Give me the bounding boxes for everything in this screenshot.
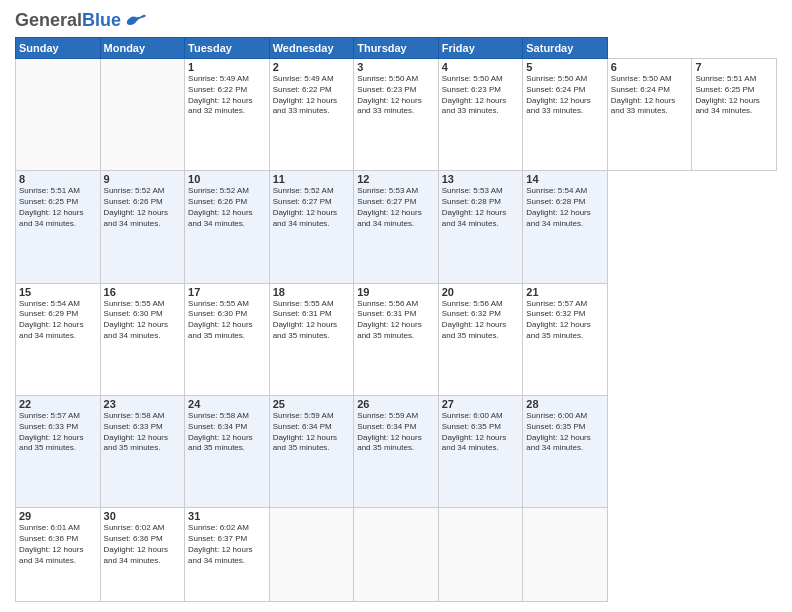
day-number: 5 (526, 61, 604, 73)
day-info: Sunrise: 5:53 AMSunset: 6:27 PMDaylight:… (357, 186, 435, 229)
day-number: 22 (19, 398, 97, 410)
empty-cell (269, 508, 354, 602)
logo-bird-icon (125, 13, 147, 29)
day-number: 19 (357, 286, 435, 298)
day-cell-27: 27Sunrise: 6:00 AMSunset: 6:35 PMDayligh… (438, 396, 523, 508)
day-cell-14: 14Sunrise: 5:54 AMSunset: 6:28 PMDayligh… (523, 171, 608, 283)
day-header-friday: Friday (438, 38, 523, 59)
day-cell-26: 26Sunrise: 5:59 AMSunset: 6:34 PMDayligh… (354, 396, 439, 508)
day-cell-3: 3Sunrise: 5:50 AMSunset: 6:23 PMDaylight… (354, 59, 439, 171)
day-number: 1 (188, 61, 266, 73)
day-cell-9: 9Sunrise: 5:52 AMSunset: 6:26 PMDaylight… (100, 171, 185, 283)
day-number: 3 (357, 61, 435, 73)
day-info: Sunrise: 5:55 AMSunset: 6:30 PMDaylight:… (188, 299, 266, 342)
day-info: Sunrise: 5:54 AMSunset: 6:28 PMDaylight:… (526, 186, 604, 229)
day-info: Sunrise: 5:51 AMSunset: 6:25 PMDaylight:… (695, 74, 773, 117)
day-number: 16 (104, 286, 182, 298)
day-info: Sunrise: 5:50 AMSunset: 6:24 PMDaylight:… (526, 74, 604, 117)
day-cell-10: 10Sunrise: 5:52 AMSunset: 6:26 PMDayligh… (185, 171, 270, 283)
day-cell-24: 24Sunrise: 5:58 AMSunset: 6:34 PMDayligh… (185, 396, 270, 508)
day-cell-28: 28Sunrise: 6:00 AMSunset: 6:35 PMDayligh… (523, 396, 608, 508)
day-info: Sunrise: 5:59 AMSunset: 6:34 PMDaylight:… (357, 411, 435, 454)
day-cell-19: 19Sunrise: 5:56 AMSunset: 6:31 PMDayligh… (354, 283, 439, 395)
day-info: Sunrise: 5:49 AMSunset: 6:22 PMDaylight:… (273, 74, 351, 117)
day-header-wednesday: Wednesday (269, 38, 354, 59)
day-info: Sunrise: 5:50 AMSunset: 6:23 PMDaylight:… (442, 74, 520, 117)
day-number: 4 (442, 61, 520, 73)
day-number: 28 (526, 398, 604, 410)
day-cell-6: 6Sunrise: 5:50 AMSunset: 6:24 PMDaylight… (607, 59, 692, 171)
day-number: 13 (442, 173, 520, 185)
day-number: 24 (188, 398, 266, 410)
day-number: 7 (695, 61, 773, 73)
day-info: Sunrise: 5:50 AMSunset: 6:23 PMDaylight:… (357, 74, 435, 117)
day-number: 17 (188, 286, 266, 298)
day-cell-4: 4Sunrise: 5:50 AMSunset: 6:23 PMDaylight… (438, 59, 523, 171)
day-info: Sunrise: 5:50 AMSunset: 6:24 PMDaylight:… (611, 74, 689, 117)
day-number: 9 (104, 173, 182, 185)
day-cell-20: 20Sunrise: 5:56 AMSunset: 6:32 PMDayligh… (438, 283, 523, 395)
day-number: 23 (104, 398, 182, 410)
day-info: Sunrise: 5:58 AMSunset: 6:33 PMDaylight:… (104, 411, 182, 454)
week-row-2: 8Sunrise: 5:51 AMSunset: 6:25 PMDaylight… (16, 171, 777, 283)
day-number: 21 (526, 286, 604, 298)
logo-blue: Blue (82, 10, 121, 30)
day-info: Sunrise: 5:52 AMSunset: 6:26 PMDaylight:… (104, 186, 182, 229)
day-cell-15: 15Sunrise: 5:54 AMSunset: 6:29 PMDayligh… (16, 283, 101, 395)
day-cell-17: 17Sunrise: 5:55 AMSunset: 6:30 PMDayligh… (185, 283, 270, 395)
day-header-sunday: Sunday (16, 38, 101, 59)
header: GeneralBlue (15, 10, 777, 31)
day-cell-13: 13Sunrise: 5:53 AMSunset: 6:28 PMDayligh… (438, 171, 523, 283)
day-cell-16: 16Sunrise: 5:55 AMSunset: 6:30 PMDayligh… (100, 283, 185, 395)
day-cell-1: 1Sunrise: 5:49 AMSunset: 6:22 PMDaylight… (185, 59, 270, 171)
day-info: Sunrise: 5:55 AMSunset: 6:31 PMDaylight:… (273, 299, 351, 342)
day-number: 29 (19, 510, 97, 522)
day-number: 25 (273, 398, 351, 410)
week-row-4: 22Sunrise: 5:57 AMSunset: 6:33 PMDayligh… (16, 396, 777, 508)
logo: GeneralBlue (15, 10, 147, 31)
day-info: Sunrise: 5:54 AMSunset: 6:29 PMDaylight:… (19, 299, 97, 342)
day-info: Sunrise: 5:55 AMSunset: 6:30 PMDaylight:… (104, 299, 182, 342)
day-number: 12 (357, 173, 435, 185)
day-info: Sunrise: 6:02 AMSunset: 6:36 PMDaylight:… (104, 523, 182, 566)
empty-cell (16, 59, 101, 171)
day-number: 11 (273, 173, 351, 185)
day-info: Sunrise: 6:02 AMSunset: 6:37 PMDaylight:… (188, 523, 266, 566)
day-number: 31 (188, 510, 266, 522)
day-cell-5: 5Sunrise: 5:50 AMSunset: 6:24 PMDaylight… (523, 59, 608, 171)
day-cell-30: 30Sunrise: 6:02 AMSunset: 6:36 PMDayligh… (100, 508, 185, 602)
day-cell-21: 21Sunrise: 5:57 AMSunset: 6:32 PMDayligh… (523, 283, 608, 395)
empty-cell (438, 508, 523, 602)
day-info: Sunrise: 5:56 AMSunset: 6:32 PMDaylight:… (442, 299, 520, 342)
day-info: Sunrise: 6:00 AMSunset: 6:35 PMDaylight:… (442, 411, 520, 454)
day-info: Sunrise: 5:56 AMSunset: 6:31 PMDaylight:… (357, 299, 435, 342)
day-info: Sunrise: 5:53 AMSunset: 6:28 PMDaylight:… (442, 186, 520, 229)
day-number: 26 (357, 398, 435, 410)
day-number: 14 (526, 173, 604, 185)
page: GeneralBlue SundayMondayTuesdayWednesday… (0, 0, 792, 612)
empty-cell (523, 508, 608, 602)
day-cell-2: 2Sunrise: 5:49 AMSunset: 6:22 PMDaylight… (269, 59, 354, 171)
day-header-tuesday: Tuesday (185, 38, 270, 59)
day-number: 30 (104, 510, 182, 522)
week-row-5: 29Sunrise: 6:01 AMSunset: 6:36 PMDayligh… (16, 508, 777, 602)
day-info: Sunrise: 5:52 AMSunset: 6:26 PMDaylight:… (188, 186, 266, 229)
day-header-thursday: Thursday (354, 38, 439, 59)
day-cell-8: 8Sunrise: 5:51 AMSunset: 6:25 PMDaylight… (16, 171, 101, 283)
calendar-table: SundayMondayTuesdayWednesdayThursdayFrid… (15, 37, 777, 602)
day-info: Sunrise: 6:00 AMSunset: 6:35 PMDaylight:… (526, 411, 604, 454)
day-number: 27 (442, 398, 520, 410)
day-header-monday: Monday (100, 38, 185, 59)
day-info: Sunrise: 5:57 AMSunset: 6:33 PMDaylight:… (19, 411, 97, 454)
logo-general: General (15, 10, 82, 30)
day-number: 15 (19, 286, 97, 298)
day-cell-22: 22Sunrise: 5:57 AMSunset: 6:33 PMDayligh… (16, 396, 101, 508)
day-cell-29: 29Sunrise: 6:01 AMSunset: 6:36 PMDayligh… (16, 508, 101, 602)
day-info: Sunrise: 5:51 AMSunset: 6:25 PMDaylight:… (19, 186, 97, 229)
day-cell-7: 7Sunrise: 5:51 AMSunset: 6:25 PMDaylight… (692, 59, 777, 171)
empty-cell (354, 508, 439, 602)
day-info: Sunrise: 5:52 AMSunset: 6:27 PMDaylight:… (273, 186, 351, 229)
day-number: 8 (19, 173, 97, 185)
empty-cell (100, 59, 185, 171)
day-number: 10 (188, 173, 266, 185)
